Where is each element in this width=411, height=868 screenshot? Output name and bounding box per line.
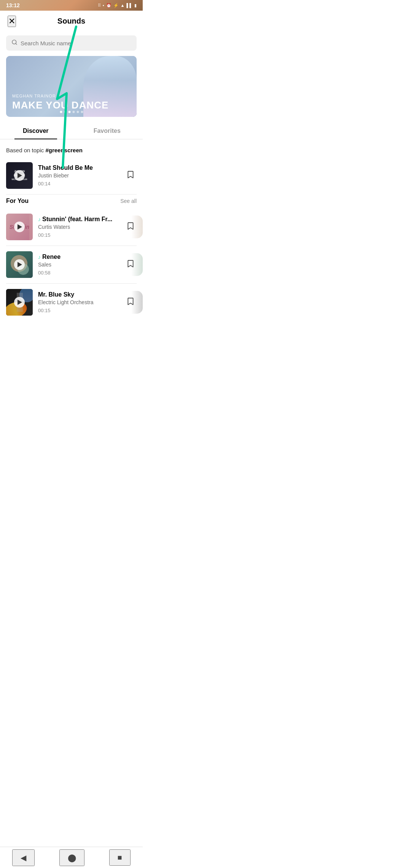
renee-title: ♪ Renee xyxy=(38,254,119,260)
play-button-mbs[interactable] xyxy=(14,297,25,308)
search-icon xyxy=(11,39,18,47)
divider-3 xyxy=(6,283,137,284)
mbs-duration: 00:15 xyxy=(38,308,119,313)
play-overlay[interactable] xyxy=(6,162,33,189)
close-button[interactable]: ✕ xyxy=(8,16,16,27)
search-container xyxy=(0,32,143,56)
mbs-info: Mr. Blue Sky Electric Light Orchestra 00… xyxy=(38,291,119,313)
play-overlay-mbs[interactable] xyxy=(6,289,33,316)
divider-1 xyxy=(6,194,137,195)
status-time: 13:12 xyxy=(6,2,20,8)
music-note-icon: ♪ xyxy=(38,216,41,222)
search-input[interactable] xyxy=(21,40,131,46)
stunnin-artist: Curtis Waters xyxy=(38,224,119,230)
banner-title: MAKE YOU DANCE xyxy=(12,100,108,111)
song-thumb-stunnin: Stunnin xyxy=(6,214,33,240)
tab-favorites[interactable]: Favorites xyxy=(72,123,143,139)
featured-song-item[interactable]: JUSTINBIEBERWORLD TOUR That Should Be Me… xyxy=(0,158,143,193)
signal-icon: ▌▌ xyxy=(126,3,132,8)
play-button[interactable] xyxy=(14,170,25,181)
featured-song-title: That Should Be Me xyxy=(38,164,119,171)
edge-indicator xyxy=(131,215,143,238)
stunnin-info: ♪ Stunnin' (feat. Harm Fr... Curtis Wate… xyxy=(38,216,119,238)
topic-prefix: Based on topic xyxy=(6,147,45,153)
renee-duration: 00:58 xyxy=(38,270,119,276)
renee-artist: Sales xyxy=(38,262,119,268)
tabs: Discover Favorites xyxy=(0,123,143,139)
play-button-stunnin[interactable] xyxy=(14,222,25,232)
search-box xyxy=(6,35,137,51)
topic-section: Based on topic #greenscreen xyxy=(0,145,143,158)
song-thumb-mbs xyxy=(6,289,33,316)
divider-2 xyxy=(6,246,137,246)
page-title: Sounds xyxy=(57,17,85,26)
song-item-renee[interactable]: ♪ Renee Sales 00:58 xyxy=(0,247,143,282)
edge-indicator-renee xyxy=(131,253,143,276)
cast-icon: ⠿ xyxy=(98,3,101,8)
wifi-icon: ▲ xyxy=(121,3,125,8)
tab-discover[interactable]: Discover xyxy=(0,123,72,139)
play-overlay-stunnin[interactable] xyxy=(6,214,33,240)
for-you-title: For You xyxy=(6,198,29,204)
featured-song-info: That Should Be Me Justin Bieber 00:14 xyxy=(38,164,119,187)
banner-artist: MEGHAN TRAINOR xyxy=(12,94,108,98)
for-you-section: For You See all Stunnin ♪ Stunnin' (feat… xyxy=(0,198,143,319)
renee-info: ♪ Renee Sales 00:58 xyxy=(38,254,119,276)
see-all-button[interactable]: See all xyxy=(120,198,137,204)
bookmark-button-featured[interactable] xyxy=(124,168,137,183)
featured-song-artist: Justin Bieber xyxy=(38,172,119,179)
dot-icon: • xyxy=(103,3,104,8)
play-icon-renee xyxy=(18,262,22,267)
stunnin-duration: 00:15 xyxy=(38,232,119,238)
song-item-stunnin[interactable]: Stunnin ♪ Stunnin' (feat. Harm Fr... Cur… xyxy=(0,210,143,244)
alarm-icon: ⏰ xyxy=(106,3,112,8)
banner[interactable]: MEGHAN TRAINOR MAKE YOU DANCE xyxy=(6,56,137,117)
play-icon-mbs xyxy=(18,300,22,305)
play-icon xyxy=(18,173,22,178)
header: ✕ Sounds xyxy=(0,11,143,32)
for-you-header: For You See all xyxy=(0,198,143,210)
play-overlay-renee[interactable] xyxy=(6,251,33,278)
edge-indicator-mbs xyxy=(131,291,143,314)
mbs-title: Mr. Blue Sky xyxy=(38,291,119,298)
song-item-mbs[interactable]: Mr. Blue Sky Electric Light Orchestra 00… xyxy=(0,285,143,319)
topic-tag: #greenscreen xyxy=(45,147,83,153)
featured-song-thumb: JUSTINBIEBERWORLD TOUR xyxy=(6,162,33,189)
mbs-artist: Electric Light Orchestra xyxy=(38,299,119,305)
svg-line-1 xyxy=(16,43,17,45)
status-icons: ⠿ • ⏰ ⚡ ▲ ▌▌ ▮ xyxy=(98,3,137,8)
stunnin-title: ♪ Stunnin' (feat. Harm Fr... xyxy=(38,216,119,223)
featured-song-duration: 00:14 xyxy=(38,181,119,187)
music-note-icon-renee: ♪ xyxy=(38,254,41,260)
bookmark-icon xyxy=(127,172,134,181)
song-thumb-renee xyxy=(6,251,33,278)
bluetooth-icon: ⚡ xyxy=(113,3,119,8)
battery-icon: ▮ xyxy=(134,3,137,8)
status-bar: 13:12 ⠿ • ⏰ ⚡ ▲ ▌▌ ▮ xyxy=(0,0,143,11)
play-button-renee[interactable] xyxy=(14,259,25,270)
play-icon-stunnin xyxy=(18,224,22,230)
